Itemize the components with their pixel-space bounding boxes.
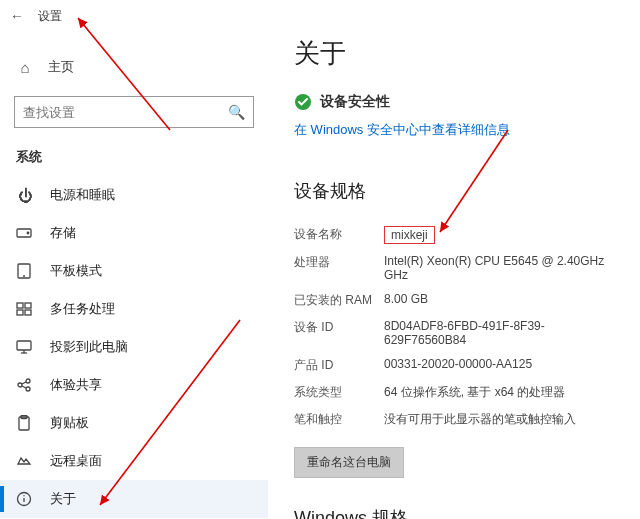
svg-rect-6: [17, 310, 23, 315]
spec-label: 设备 ID: [294, 319, 384, 347]
sidebar-item-multitask[interactable]: 多任务处理: [0, 290, 268, 328]
window-title: 设置: [38, 8, 62, 25]
spec-row-systype: 系统类型 64 位操作系统, 基于 x64 的处理器: [294, 379, 620, 406]
search-input[interactable]: [23, 105, 228, 120]
device-spec-heading: 设备规格: [294, 179, 620, 203]
section-title: 系统: [0, 134, 268, 176]
sidebar-item-label: 电源和睡眠: [50, 186, 115, 204]
sidebar-item-tablet[interactable]: 平板模式: [0, 252, 268, 290]
svg-rect-5: [25, 303, 31, 308]
spec-row-cpu: 处理器 Intel(R) Xeon(R) CPU E5645 @ 2.40GHz…: [294, 249, 620, 287]
spec-label: 产品 ID: [294, 357, 384, 374]
sidebar-item-remote[interactable]: 远程桌面: [0, 442, 268, 480]
spec-value: 64 位操作系统, 基于 x64 的处理器: [384, 384, 620, 401]
svg-point-18: [23, 495, 24, 496]
sidebar: ← 设置 ⌂ 主页 🔍 系统 ⏻ 电源和睡眠 存储: [0, 0, 268, 519]
spec-row-productid: 产品 ID 00331-20020-00000-AA125: [294, 352, 620, 379]
page-title: 关于: [294, 36, 620, 71]
spec-label: 已安装的 RAM: [294, 292, 384, 309]
spec-value: 没有可用于此显示器的笔或触控输入: [384, 411, 620, 428]
project-icon: [16, 339, 34, 355]
spec-value: 00331-20020-00000-AA125: [384, 357, 620, 374]
spec-table: 设备名称 mixkeji 处理器 Intel(R) Xeon(R) CPU E5…: [294, 221, 620, 433]
svg-rect-4: [17, 303, 23, 308]
security-label: 设备安全性: [320, 93, 390, 111]
svg-point-10: [26, 379, 30, 383]
sidebar-item-project[interactable]: 投影到此电脑: [0, 328, 268, 366]
sidebar-item-label: 远程桌面: [50, 452, 102, 470]
svg-point-1: [27, 232, 29, 234]
spec-label: 处理器: [294, 254, 384, 282]
home-icon: ⌂: [16, 59, 34, 76]
windows-spec-heading: Windows 规格: [294, 506, 620, 519]
sidebar-item-label: 多任务处理: [50, 300, 115, 318]
spec-label: 笔和触控: [294, 411, 384, 428]
spec-value: mixkeji: [384, 226, 620, 244]
home-nav-item[interactable]: ⌂ 主页: [0, 48, 268, 86]
sidebar-item-clipboard[interactable]: 剪贴板: [0, 404, 268, 442]
main-content: 关于 设备安全性 在 Windows 安全中心中查看详细信息 设备规格 设备名称…: [268, 0, 640, 519]
sidebar-item-label: 关于: [50, 490, 76, 508]
svg-point-11: [26, 387, 30, 391]
sidebar-item-experience[interactable]: 体验共享: [0, 366, 268, 404]
spec-value: 8D04ADF8-6FBD-491F-8F39-629F76560B84: [384, 319, 620, 347]
spec-value: Intel(R) Xeon(R) CPU E5645 @ 2.40GHz GHz: [384, 254, 620, 282]
sidebar-item-label: 平板模式: [50, 262, 102, 280]
svg-rect-7: [25, 310, 31, 315]
power-icon: ⏻: [16, 187, 34, 204]
sidebar-item-power[interactable]: ⏻ 电源和睡眠: [0, 176, 268, 214]
rename-pc-button[interactable]: 重命名这台电脑: [294, 447, 404, 478]
nav-list: ⏻ 电源和睡眠 存储 平板模式 多任务处理: [0, 176, 268, 519]
share-icon: [16, 377, 34, 393]
sidebar-item-about[interactable]: 关于: [0, 480, 268, 518]
spec-label: 设备名称: [294, 226, 384, 244]
storage-icon: [16, 225, 34, 241]
back-icon[interactable]: ←: [10, 8, 24, 24]
sidebar-item-label: 剪贴板: [50, 414, 89, 432]
home-label: 主页: [48, 58, 74, 76]
search-icon: 🔍: [228, 104, 245, 120]
spec-row-pentouch: 笔和触控 没有可用于此显示器的笔或触控输入: [294, 406, 620, 433]
device-name-highlight: mixkeji: [384, 226, 435, 244]
security-status: 设备安全性: [294, 93, 620, 111]
svg-point-9: [18, 383, 22, 387]
info-icon: [16, 491, 34, 507]
security-link[interactable]: 在 Windows 安全中心中查看详细信息: [294, 121, 510, 139]
search-box[interactable]: 🔍: [14, 96, 254, 128]
svg-rect-8: [17, 341, 31, 350]
tablet-icon: [16, 263, 34, 279]
spec-label: 系统类型: [294, 384, 384, 401]
remote-icon: [16, 453, 34, 469]
spec-value: 8.00 GB: [384, 292, 620, 309]
titlebar: ← 设置: [0, 0, 268, 32]
sidebar-item-storage[interactable]: 存储: [0, 214, 268, 252]
spec-row-ram: 已安装的 RAM 8.00 GB: [294, 287, 620, 314]
clipboard-icon: [16, 415, 34, 431]
multitask-icon: [16, 301, 34, 317]
sidebar-item-label: 体验共享: [50, 376, 102, 394]
spec-row-devicename: 设备名称 mixkeji: [294, 221, 620, 249]
sidebar-item-label: 存储: [50, 224, 76, 242]
svg-line-12: [22, 382, 26, 384]
shield-ok-icon: [294, 93, 312, 111]
sidebar-item-label: 投影到此电脑: [50, 338, 128, 356]
svg-line-13: [22, 386, 26, 388]
spec-row-deviceid: 设备 ID 8D04ADF8-6FBD-491F-8F39-629F76560B…: [294, 314, 620, 352]
